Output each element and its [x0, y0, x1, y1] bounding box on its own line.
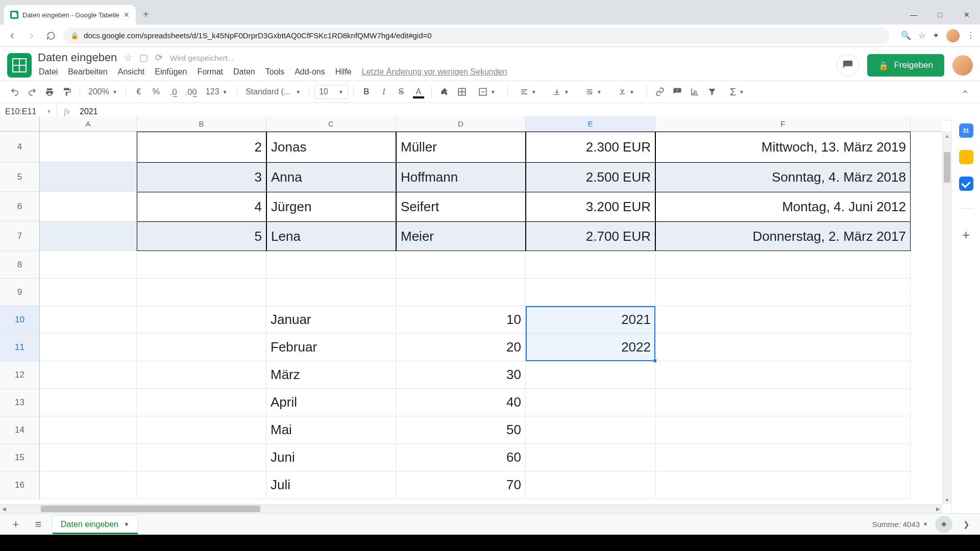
cell-B11[interactable]: [137, 334, 266, 361]
cell-C4[interactable]: Jonas: [266, 132, 396, 162]
fill-color-button[interactable]: [437, 84, 452, 99]
cell-D12[interactable]: 30: [396, 361, 526, 389]
column-header-E[interactable]: E: [526, 116, 655, 131]
cell-D9[interactable]: [396, 279, 526, 306]
undo-button[interactable]: [7, 84, 22, 99]
cell-A15[interactable]: [40, 444, 137, 471]
cell-B6[interactable]: 4: [137, 192, 266, 221]
calendar-addon-icon[interactable]: [959, 123, 973, 138]
row-header-11[interactable]: 11: [0, 334, 40, 361]
cell-F14[interactable]: [655, 416, 911, 444]
cell-B14[interactable]: [137, 416, 266, 444]
cell-A9[interactable]: [40, 279, 137, 306]
window-minimize-button[interactable]: ―: [900, 5, 927, 24]
row-header-16[interactable]: 16: [0, 471, 40, 499]
cell-F8[interactable]: [655, 251, 911, 279]
all-sheets-button[interactable]: ≡: [30, 516, 47, 533]
cell-A5[interactable]: [40, 162, 137, 192]
cell-C11[interactable]: Februar: [266, 334, 396, 361]
column-header-C[interactable]: C: [266, 116, 396, 131]
cell-D4[interactable]: Müller: [396, 132, 526, 162]
browser-tab[interactable]: Daten eingeben - Google Tabelle ✕: [4, 5, 136, 24]
cell-B4[interactable]: 2: [137, 132, 266, 162]
number-format-dropdown[interactable]: 123▼: [201, 84, 232, 99]
add-addon-button[interactable]: +: [962, 227, 970, 243]
menu-addons[interactable]: Add-ons: [295, 67, 325, 77]
merge-cells-button[interactable]: ▼: [472, 84, 502, 99]
filter-button[interactable]: [704, 84, 720, 99]
tab-close-icon[interactable]: ✕: [124, 11, 130, 19]
increase-decimal-button[interactable]: .00̲: [183, 84, 199, 99]
strikethrough-button[interactable]: S: [394, 84, 409, 99]
cloud-status-icon[interactable]: ⟳: [155, 52, 163, 63]
cell-C7[interactable]: Lena: [266, 221, 396, 251]
cell-C15[interactable]: Juni: [266, 444, 396, 471]
cell-A8[interactable]: [40, 251, 137, 279]
text-rotation-button[interactable]: ▼: [611, 84, 642, 99]
sheet-area[interactable]: ABCDEF42JonasMüller2.300 EURMittwoch, 13…: [0, 116, 951, 513]
comments-button[interactable]: [837, 54, 859, 77]
cell-D15[interactable]: 60: [396, 444, 526, 471]
text-wrap-button[interactable]: ▼: [578, 84, 609, 99]
cell-B8[interactable]: [137, 251, 266, 279]
cell-F11[interactable]: [655, 334, 911, 361]
row-header-7[interactable]: 7: [0, 221, 40, 251]
row-header-8[interactable]: 8: [0, 251, 40, 279]
format-currency-button[interactable]: €: [131, 84, 146, 99]
column-header-B[interactable]: B: [137, 116, 266, 131]
row-header-12[interactable]: 12: [0, 361, 40, 389]
row-header-14[interactable]: 14: [0, 416, 40, 444]
cell-D7[interactable]: Meier: [396, 221, 526, 251]
account-avatar[interactable]: [952, 55, 973, 76]
share-button[interactable]: 🔒 Freigeben: [867, 54, 944, 77]
scroll-right-icon[interactable]: ▶: [934, 505, 942, 513]
cell-D5[interactable]: Hoffmann: [396, 162, 526, 192]
cell-C8[interactable]: [266, 251, 396, 279]
cell-A14[interactable]: [40, 416, 137, 444]
cell-F16[interactable]: [655, 471, 911, 499]
menu-format[interactable]: Format: [197, 67, 223, 77]
row-header-6[interactable]: 6: [0, 192, 40, 221]
insert-comment-button[interactable]: [670, 84, 685, 99]
cell-A12[interactable]: [40, 361, 137, 389]
url-field[interactable]: 🔒 docs.google.com/spreadsheets/d/1S_k45N…: [63, 28, 890, 44]
cell-E9[interactable]: [526, 279, 655, 306]
cell-F7[interactable]: Donnerstag, 2. März 2017: [655, 221, 911, 251]
cell-E16[interactable]: [526, 471, 655, 499]
print-button[interactable]: [42, 84, 57, 99]
side-panel-toggle[interactable]: ❯: [960, 520, 973, 529]
cell-C16[interactable]: Juli: [266, 471, 396, 499]
cell-B13[interactable]: [137, 389, 266, 416]
cell-E15[interactable]: [526, 444, 655, 471]
tasks-addon-icon[interactable]: [959, 177, 973, 191]
cell-A6[interactable]: [40, 192, 137, 221]
browser-menu-icon[interactable]: ⋮: [967, 31, 975, 40]
row-header-15[interactable]: 15: [0, 444, 40, 471]
new-tab-button[interactable]: +: [139, 7, 153, 21]
format-percent-button[interactable]: %: [149, 84, 164, 99]
row-header-10[interactable]: 10: [0, 306, 40, 334]
cell-E6[interactable]: 3.200 EUR: [526, 192, 655, 221]
explore-button[interactable]: ✶: [932, 512, 956, 536]
vertical-align-button[interactable]: ▼: [546, 84, 576, 99]
menu-hilfe[interactable]: Hilfe: [335, 67, 352, 77]
sheets-logo-icon[interactable]: [7, 53, 32, 78]
cell-C14[interactable]: Mai: [266, 416, 396, 444]
cell-F12[interactable]: [655, 361, 911, 389]
decrease-decimal-button[interactable]: .0̲: [166, 84, 181, 99]
cell-B16[interactable]: [137, 471, 266, 499]
cell-C12[interactable]: März: [266, 361, 396, 389]
scroll-left-icon[interactable]: ◀: [0, 505, 8, 513]
row-header-4[interactable]: 4: [0, 132, 40, 162]
vertical-scrollbar[interactable]: ▲ ▼: [942, 132, 951, 504]
cell-F10[interactable]: [655, 306, 911, 334]
cell-E8[interactable]: [526, 251, 655, 279]
star-icon[interactable]: ☆: [124, 52, 132, 63]
cell-F13[interactable]: [655, 389, 911, 416]
cell-F4[interactable]: Mittwoch, 13. März 2019: [655, 132, 911, 162]
cell-B10[interactable]: [137, 306, 266, 334]
cell-F15[interactable]: [655, 444, 911, 471]
cell-D16[interactable]: 70: [396, 471, 526, 499]
keep-addon-icon[interactable]: [959, 150, 973, 164]
nav-back-button[interactable]: [5, 29, 19, 43]
